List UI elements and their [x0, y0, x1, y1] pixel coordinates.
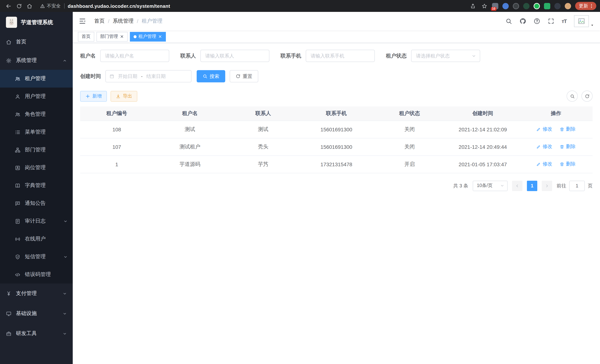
cell-tenant-id: 1 [80, 156, 153, 173]
extension-icon-2[interactable] [502, 3, 509, 9]
address-bar[interactable]: 不安全 dashboard.yudao.iocoder.cn/system/te… [40, 3, 170, 9]
edit-link[interactable]: 修改 [536, 143, 552, 150]
avatar [574, 15, 589, 27]
sidebar-item-menu[interactable]: 菜单管理 [0, 123, 73, 141]
export-button[interactable]: 导出 [111, 91, 137, 102]
sidebar-item-user[interactable]: 用户管理 [0, 88, 73, 105]
logo-image [6, 17, 17, 28]
trash-icon [560, 127, 564, 132]
close-icon[interactable] [120, 35, 124, 38]
sidebar-item-home[interactable]: 首页 [0, 33, 73, 51]
date-range-picker[interactable]: 开始日期 - 结束日期 [105, 70, 191, 82]
sidebar-item-dept[interactable]: 部门管理 [0, 141, 73, 159]
status-select[interactable]: 请选择租户状态 [411, 50, 480, 62]
browser-update-button[interactable]: 更新 [575, 2, 596, 10]
prev-page-button[interactable] [512, 180, 523, 191]
cell-mobile: 17321315478 [300, 156, 373, 173]
sidebar-fold-button[interactable] [79, 18, 86, 25]
delete-link[interactable]: 删除 [560, 143, 576, 150]
show-search-button[interactable] [567, 91, 578, 102]
caret-down-icon [590, 23, 594, 27]
app-logo[interactable]: 芋道管理系统 [0, 12, 73, 33]
github-icon[interactable] [519, 18, 526, 25]
contact-input[interactable] [200, 50, 269, 62]
sidebar-item-system[interactable]: 系统管理 [0, 51, 73, 70]
sidebar-item-post[interactable]: 岗位管理 [0, 159, 73, 177]
search-button[interactable]: 搜索 [197, 70, 225, 82]
extension-icon-4[interactable] [523, 3, 529, 9]
toolbar-right [567, 91, 593, 102]
browser-back-button[interactable] [4, 1, 13, 11]
security-label: 不安全 [47, 3, 61, 9]
extension-icon-6[interactable] [544, 3, 550, 9]
sidebar-item-label: 通知公告 [25, 200, 46, 207]
page-size-select[interactable]: 10条/页 [473, 180, 508, 191]
reset-button[interactable]: 重置 [230, 70, 258, 82]
sidebar-item-online-users[interactable]: 在线用户 [0, 230, 73, 248]
delete-link[interactable]: 删除 [560, 126, 576, 133]
delete-link[interactable]: 删除 [560, 161, 576, 168]
cell-tenant-name: 芋道源码 [153, 156, 227, 173]
sidebar-item-notice[interactable]: 通知公告 [0, 195, 73, 212]
mobile-input[interactable] [306, 50, 375, 62]
browser-home-button[interactable] [25, 1, 34, 11]
sidebar-item-sms[interactable]: 短信管理 [0, 248, 73, 266]
bookmark-star-button[interactable] [480, 2, 488, 10]
extension-icon-1[interactable]: 10 [492, 3, 498, 9]
next-page-button[interactable] [542, 180, 552, 191]
tree-icon [15, 147, 20, 153]
goto-page-input[interactable] [569, 180, 585, 191]
fullscreen-icon[interactable] [547, 18, 554, 25]
page-number-1[interactable]: 1 [527, 180, 537, 191]
search-icon[interactable] [505, 18, 512, 25]
tab-home[interactable]: 首页 [78, 32, 94, 41]
sidebar-item-label: 字典管理 [25, 182, 46, 189]
extension-icon-5[interactable] [534, 3, 540, 9]
extension-icon-7[interactable] [554, 3, 561, 9]
app-title: 芋道管理系统 [21, 19, 53, 26]
users-icon [15, 76, 20, 82]
column-header: 租户名 [153, 106, 227, 121]
user-avatar-menu[interactable] [574, 15, 594, 27]
search-button-label: 搜索 [210, 73, 219, 80]
breadcrumb-system[interactable]: 系统管理 [113, 18, 134, 25]
list-icon [15, 129, 20, 135]
edit-link[interactable]: 修改 [536, 126, 552, 133]
divider [64, 3, 64, 9]
browser-reload-button[interactable] [14, 1, 24, 11]
kebab-menu-icon[interactable] [589, 3, 594, 9]
extension-icon-8[interactable] [565, 3, 571, 9]
share-button[interactable] [469, 2, 477, 10]
url-text[interactable]: dashboard.yudao.iocoder.cn/system/tenant [68, 3, 170, 9]
sidebar-item-errorcode[interactable]: 错误码管理 [0, 266, 73, 283]
home-icon [6, 39, 11, 45]
breadcrumb-home[interactable]: 首页 [94, 18, 105, 25]
edit-label: 修改 [543, 161, 552, 168]
toolbox-icon [6, 331, 11, 336]
tags-view: 首页 部门管理 租户管理 [73, 30, 600, 43]
trash-icon [560, 144, 564, 149]
font-size-icon[interactable]: тT [562, 18, 567, 24]
add-button[interactable]: 新增 [80, 91, 107, 102]
help-icon[interactable] [533, 18, 540, 25]
tab-dept[interactable]: 部门管理 [96, 32, 128, 41]
cell-created: 2021-01-05 17:03:47 [446, 156, 519, 173]
sidebar-item-payment[interactable]: 支付管理 [0, 283, 73, 304]
tab-tenant[interactable]: 租户管理 [130, 32, 166, 41]
extension-icon-3[interactable] [513, 3, 519, 9]
security-status[interactable]: 不安全 [40, 3, 61, 9]
sidebar-item-dict[interactable]: 字典管理 [0, 177, 73, 195]
tenant-name-input[interactable] [100, 50, 169, 62]
sidebar-item-devtools[interactable]: 研发工具 [0, 324, 73, 344]
chevron-down-icon [63, 291, 67, 296]
sidebar-item-role[interactable]: 角色管理 [0, 105, 73, 123]
sidebar-item-tenant[interactable]: 租户管理 [0, 70, 73, 88]
sidebar-item-auditlog[interactable]: 审计日志 [0, 212, 73, 230]
sidebar-item-infrastructure[interactable]: 基础设施 [0, 304, 73, 324]
refresh-table-button[interactable] [581, 91, 593, 102]
edit-link[interactable]: 修改 [536, 161, 552, 168]
filter-row-1: 租户名 联系人 联系手机 租户状态 请选择租户状态 [80, 50, 593, 62]
cell-contact: 芋艿 [226, 156, 300, 173]
close-icon[interactable] [158, 35, 162, 38]
edit-label: 修改 [543, 143, 552, 150]
